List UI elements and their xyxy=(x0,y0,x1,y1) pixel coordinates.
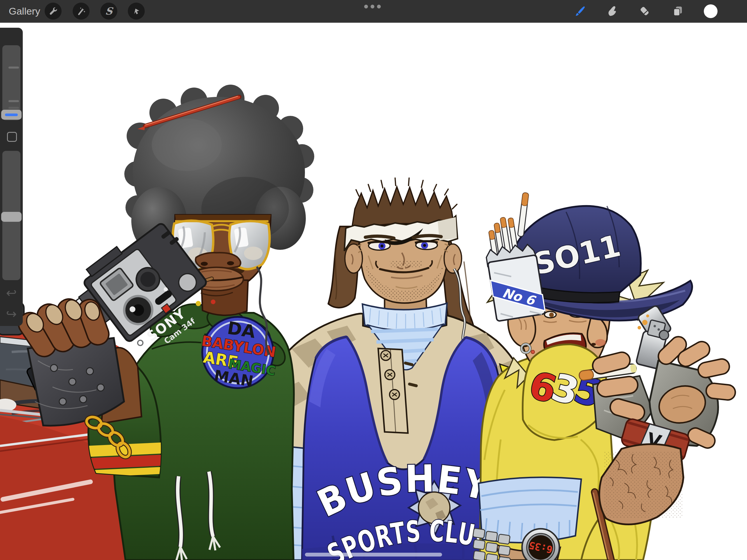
adjustments-button[interactable] xyxy=(73,3,89,20)
rasta-stripes xyxy=(85,442,163,477)
gallery-button[interactable]: Gallery xyxy=(9,0,40,22)
magic-wand-icon xyxy=(76,6,86,16)
paintbrush-icon xyxy=(573,5,586,18)
actions-button[interactable] xyxy=(45,3,61,20)
layers-icon xyxy=(671,5,684,18)
procreate-window: BUSHEY SPORTS CLUB xyxy=(0,0,747,560)
redo-icon: ↪ xyxy=(6,306,17,321)
brush-size-handle[interactable] xyxy=(1,110,22,120)
selection-button[interactable]: S xyxy=(100,3,117,20)
layers-button[interactable] xyxy=(669,3,686,20)
eraser-button[interactable] xyxy=(636,3,653,20)
home-indicator[interactable] xyxy=(305,553,442,557)
undo-button[interactable]: ↩ xyxy=(0,284,23,301)
canvas[interactable]: BUSHEY SPORTS CLUB xyxy=(0,22,747,560)
color-button[interactable] xyxy=(702,3,719,20)
smudge-button[interactable] xyxy=(603,3,620,20)
modify-button[interactable] xyxy=(7,132,17,142)
smudge-finger-icon xyxy=(606,5,618,18)
color-circle-icon xyxy=(704,4,718,18)
redo-button[interactable]: ↪ xyxy=(0,306,23,322)
wrench-icon xyxy=(48,6,58,16)
opacity-handle[interactable] xyxy=(1,212,22,222)
brush-button[interactable] xyxy=(571,3,588,20)
transform-arrow-icon xyxy=(131,6,141,16)
brush-sidebar: ↩ ↪ xyxy=(0,28,23,326)
brush-size-slider[interactable] xyxy=(2,45,20,120)
selection-s-icon: S xyxy=(105,5,113,17)
top-toolbar: Gallery S xyxy=(0,0,747,23)
digital-watch: 6:35 xyxy=(522,529,559,560)
undo-icon: ↩ xyxy=(6,285,17,300)
transform-button[interactable] xyxy=(128,3,145,20)
eraser-icon xyxy=(638,5,651,18)
ellipsis-handle[interactable] xyxy=(364,5,381,8)
